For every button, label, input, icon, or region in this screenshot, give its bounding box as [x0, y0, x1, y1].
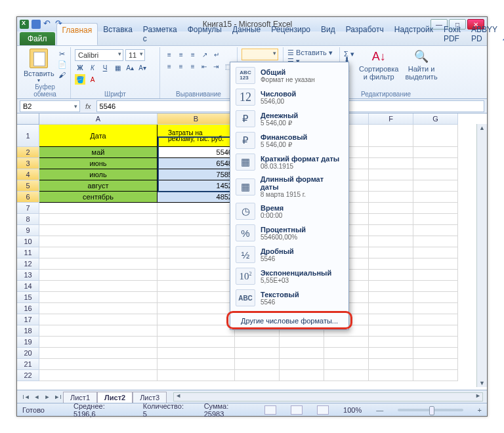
sheet-tab-1[interactable]: Лист2 — [97, 392, 133, 403]
sort-filter-button[interactable]: A↓ Сортировка и фильтр — [357, 49, 400, 81]
cell-G16[interactable] — [413, 303, 458, 314]
cell-F15[interactable] — [369, 292, 413, 303]
cell-B3[interactable]: 6548 — [158, 158, 235, 169]
cell-E20[interactable] — [324, 348, 369, 359]
cell-D22[interactable] — [280, 370, 324, 381]
cell-B22[interactable] — [158, 370, 235, 381]
number-format-item-6[interactable]: ◷Время0:00:00 — [230, 201, 348, 222]
paste-button[interactable]: Вставить ▾ — [24, 49, 54, 83]
redo-icon[interactable] — [55, 20, 64, 29]
cell-F20[interactable] — [369, 348, 413, 359]
font-size-combo[interactable]: 11 — [125, 49, 145, 61]
align-right-icon[interactable]: ≡ — [188, 61, 198, 72]
cell-D21[interactable] — [280, 359, 324, 370]
cell-G2[interactable] — [413, 147, 458, 158]
cell-A1[interactable]: Дата — [39, 125, 158, 147]
wrap-text-icon[interactable]: ↵ — [211, 49, 222, 60]
row-header-9[interactable]: 9 — [17, 225, 39, 236]
row-header-11[interactable]: 11 — [17, 247, 39, 258]
cell-B4[interactable]: 7585 — [158, 169, 235, 180]
row-header-19[interactable]: 19 — [17, 337, 39, 348]
cell-B14[interactable] — [158, 281, 235, 292]
find-select-button[interactable]: 🔍 Найти и выделить — [403, 49, 439, 81]
zoom-value[interactable]: 100% — [343, 406, 362, 414]
cell-A9[interactable] — [39, 225, 158, 236]
cell-A2[interactable]: май — [39, 147, 158, 158]
cell-B21[interactable] — [158, 359, 235, 370]
save-icon[interactable] — [32, 20, 41, 29]
cell-B11[interactable] — [158, 247, 235, 258]
ribbon-tab-7[interactable]: Разработч — [341, 23, 389, 45]
cell-G17[interactable] — [413, 314, 458, 325]
name-box[interactable]: B2 — [20, 100, 80, 112]
ribbon-tab-6[interactable]: Вид — [316, 23, 341, 45]
column-header-B[interactable]: B — [158, 113, 235, 125]
cell-A15[interactable] — [39, 292, 158, 303]
cell-A10[interactable] — [39, 236, 158, 247]
number-format-item-1[interactable]: 12Числовой5546,00 — [230, 87, 348, 108]
ribbon-tab-4[interactable]: Данные — [227, 23, 266, 45]
align-bottom-icon[interactable]: ≡ — [188, 49, 198, 60]
number-format-item-3[interactable]: ₽Финансовый5 546,00 ₽ — [230, 130, 348, 152]
number-format-more[interactable]: Другие числовые форматы... — [230, 312, 348, 329]
orientation-icon[interactable]: ↗ — [200, 49, 210, 60]
cell-A20[interactable] — [39, 348, 158, 359]
cell-E21[interactable] — [324, 359, 369, 370]
ribbon-tab-8[interactable]: Надстройк — [389, 23, 438, 45]
select-all-corner[interactable] — [17, 113, 39, 125]
row-header-1[interactable]: 1 — [17, 125, 39, 147]
ribbon-tab-3[interactable]: Формулы — [182, 23, 227, 45]
cell-G11[interactable] — [413, 247, 458, 258]
column-header-G[interactable]: G — [413, 113, 458, 125]
cell-A16[interactable] — [39, 303, 158, 314]
align-top-icon[interactable]: ≡ — [164, 49, 175, 60]
row-header-22[interactable]: 22 — [17, 370, 39, 381]
row-header-18[interactable]: 18 — [17, 325, 39, 337]
fill-color-button[interactable]: 🪣 — [75, 74, 85, 85]
tab-nav-next[interactable]: ► — [42, 392, 52, 402]
cell-A18[interactable] — [39, 325, 158, 337]
sheet-tab-2[interactable]: Лист3 — [133, 392, 167, 403]
cell-F9[interactable] — [369, 225, 413, 236]
ribbon-tab-10[interactable]: ABBYY PD — [466, 23, 503, 45]
cell-B7[interactable] — [158, 203, 235, 214]
cell-A3[interactable]: июнь — [39, 158, 158, 169]
cell-A11[interactable] — [39, 247, 158, 258]
cell-E22[interactable] — [324, 370, 369, 381]
cell-C19[interactable] — [235, 337, 280, 348]
cell-B17[interactable] — [158, 314, 235, 325]
cell-G9[interactable] — [413, 225, 458, 236]
cell-A21[interactable] — [39, 359, 158, 370]
view-pagebreak-icon[interactable] — [317, 405, 329, 415]
fx-icon[interactable]: fx — [80, 102, 96, 110]
sheet-tab-0[interactable]: Лист1 — [63, 392, 97, 403]
cell-C20[interactable] — [235, 348, 280, 359]
row-header-15[interactable]: 15 — [17, 292, 39, 303]
cell-B13[interactable] — [158, 270, 235, 281]
cell-B1[interactable]: Затраты на рекламу, тыс. руб. — [158, 125, 235, 147]
row-header-4[interactable]: 4 — [17, 169, 39, 180]
cell-B10[interactable] — [158, 236, 235, 247]
column-header-A[interactable]: A — [39, 113, 158, 125]
row-header-21[interactable]: 21 — [17, 359, 39, 370]
underline-button[interactable]: Ч — [100, 62, 110, 73]
align-middle-icon[interactable]: ≡ — [176, 49, 186, 60]
cell-G8[interactable] — [413, 214, 458, 225]
cell-A8[interactable] — [39, 214, 158, 225]
cell-F3[interactable] — [369, 158, 413, 169]
number-format-item-8[interactable]: ½Дробный5546 — [230, 244, 348, 266]
zoom-slider[interactable] — [398, 409, 463, 411]
cell-G15[interactable] — [413, 292, 458, 303]
cell-A12[interactable] — [39, 258, 158, 270]
cell-F16[interactable] — [369, 303, 413, 314]
indent-dec-icon[interactable]: ⇤ — [199, 61, 209, 72]
cell-A5[interactable]: август — [39, 180, 158, 192]
cell-C22[interactable] — [235, 370, 280, 381]
cell-B9[interactable] — [158, 225, 235, 236]
cell-D19[interactable] — [280, 337, 324, 348]
cell-A19[interactable] — [39, 337, 158, 348]
insert-cells-button[interactable]: ☰ Вставить ▾ — [287, 49, 333, 57]
number-format-item-2[interactable]: ₽Денежный5 546,00 ₽ — [230, 108, 348, 130]
cell-B2[interactable]: 5546 — [158, 147, 235, 158]
ribbon-tab-2[interactable]: Разметка с — [138, 23, 182, 45]
